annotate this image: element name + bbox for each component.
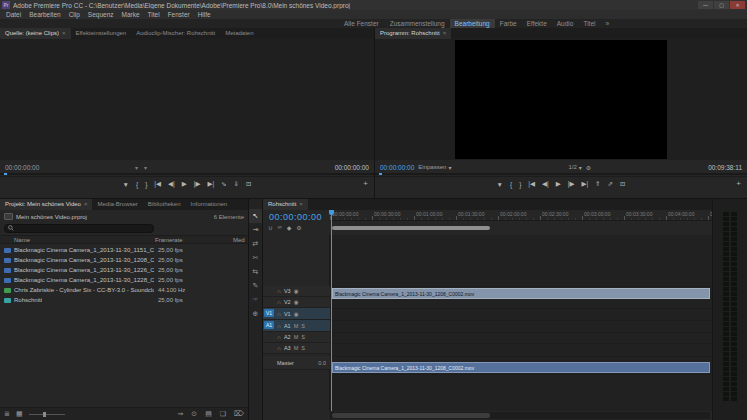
- tab-info[interactable]: Informationen: [186, 199, 233, 210]
- lock-icon[interactable]: ∩: [277, 299, 281, 305]
- track-header-a2[interactable]: ∩ A2 M S: [263, 332, 330, 343]
- tab-project[interactable]: Projekt: Mein schönes Video ×: [0, 199, 92, 210]
- source-patch-badge[interactable]: A1: [264, 321, 274, 329]
- menu-marke[interactable]: Marke: [118, 11, 144, 18]
- linked-selection-button[interactable]: ∞: [277, 224, 281, 231]
- extract-button[interactable]: ⇗: [608, 180, 613, 188]
- project-item-row[interactable]: Blackmagic Cinema Camera_1_2013-11-30_12…: [0, 275, 248, 285]
- audio-meters-panel[interactable]: [713, 199, 747, 420]
- workspace-tab-bearbeitung[interactable]: Bearbeitung: [450, 19, 495, 28]
- source-scrubber[interactable]: [0, 173, 374, 175]
- timeline-settings-button[interactable]: ⚙: [296, 224, 301, 231]
- button-editor-plus[interactable]: +: [363, 179, 368, 188]
- search-input[interactable]: [16, 225, 146, 231]
- step-back-button[interactable]: ◀|: [542, 180, 549, 188]
- track-select-forward-tool-icon[interactable]: ⇥: [249, 223, 262, 237]
- project-file-name[interactable]: Mein schönes Video.prproj: [16, 214, 87, 220]
- add-marker-button[interactable]: ▼: [123, 181, 129, 188]
- program-scrubber[interactable]: [375, 173, 747, 175]
- tab-metadata[interactable]: Metadaten: [220, 28, 258, 39]
- solo-button[interactable]: S: [301, 345, 305, 351]
- mute-button[interactable]: M: [294, 323, 299, 329]
- menu-fenster[interactable]: Fenster: [164, 11, 194, 18]
- timeline-playhead-timecode[interactable]: 00:00:00:00: [269, 212, 322, 222]
- timeline-lanes[interactable]: Blackmagic Cinema Camera_1_2013-11-30_12…: [330, 235, 712, 411]
- source-playhead-icon[interactable]: [4, 173, 7, 175]
- source-current-timecode[interactable]: 00:00:00:00: [5, 164, 39, 171]
- track-name[interactable]: A2: [284, 334, 291, 340]
- play-button[interactable]: ▶: [556, 180, 561, 188]
- timeline-zoom-scrollbar[interactable]: [332, 226, 490, 230]
- close-button[interactable]: ✕: [730, 1, 745, 9]
- lock-icon[interactable]: ∩: [277, 311, 281, 317]
- track-header-a1[interactable]: A1 ∩ A1 M S: [263, 320, 330, 332]
- workspace-overflow-icon[interactable]: »: [600, 20, 614, 27]
- new-bin-button[interactable]: ▤: [205, 410, 212, 418]
- lock-icon[interactable]: ∩: [277, 323, 281, 329]
- track-name[interactable]: V1: [284, 311, 291, 317]
- program-current-timecode[interactable]: 00:00:00:00: [380, 164, 414, 171]
- solo-button[interactable]: S: [301, 334, 305, 340]
- tab-source[interactable]: Quelle: (keine Clips) ×: [0, 28, 71, 39]
- snap-button[interactable]: ∪: [268, 224, 272, 231]
- close-tab-icon[interactable]: ×: [84, 199, 88, 210]
- track-header-v1[interactable]: V1 ∩ V1 ◉: [263, 308, 330, 320]
- search-box[interactable]: [4, 224, 154, 233]
- find-button[interactable]: ⊙: [191, 410, 197, 418]
- pen-tool-icon[interactable]: ✎: [249, 279, 262, 293]
- workspace-windows-label[interactable]: Alle Fenster: [338, 20, 385, 27]
- tab-media-browser[interactable]: Media-Browser: [92, 199, 142, 210]
- go-to-in-button[interactable]: |◀: [154, 180, 161, 188]
- timeline-playhead[interactable]: [331, 210, 332, 411]
- list-view-button[interactable]: ≣: [4, 410, 10, 418]
- new-item-button[interactable]: ❏: [220, 410, 226, 418]
- delete-item-button[interactable]: ⌦: [234, 410, 244, 418]
- lock-icon[interactable]: ∩: [277, 288, 281, 294]
- master-level-value[interactable]: 0.0: [318, 360, 330, 366]
- source-patch-badge[interactable]: V1: [264, 309, 274, 317]
- timeline-hscrollbar[interactable]: [330, 412, 710, 419]
- track-name[interactable]: A1: [284, 323, 291, 329]
- mark-out-button[interactable]: }: [519, 181, 521, 188]
- timeline-ruler[interactable]: 00:00:00:00 00:00:30:00 00:01:00:00 00:0…: [330, 210, 712, 221]
- button-editor-plus[interactable]: +: [736, 179, 741, 188]
- settings-wrench-icon[interactable]: ⚙: [586, 164, 591, 171]
- selection-tool-icon[interactable]: ↖: [249, 209, 262, 223]
- mark-in-button[interactable]: {: [510, 181, 512, 188]
- workspace-tab-farbe[interactable]: Farbe: [495, 19, 522, 28]
- tab-effect-controls[interactable]: Effekteinstellungen: [71, 28, 132, 39]
- resolution-select[interactable]: 1/2 ▾: [568, 164, 581, 171]
- tab-program[interactable]: Programm: Rohschnitt ×: [375, 28, 451, 39]
- close-tab-icon[interactable]: ×: [443, 28, 447, 39]
- fit-select[interactable]: Einpassen ▾: [418, 164, 451, 171]
- source-patch-badge[interactable]: [264, 333, 274, 341]
- export-frame-button[interactable]: ⊡: [620, 180, 625, 188]
- mute-button[interactable]: M: [294, 334, 299, 340]
- eye-icon[interactable]: ◉: [294, 299, 299, 305]
- source-zoom-select-icon[interactable]: ▾: [135, 164, 138, 171]
- add-marker-button[interactable]: ◆: [287, 224, 292, 231]
- project-item-row[interactable]: Chris Zabriskie - Cylinder Six - CC-BY-3…: [0, 285, 248, 295]
- menu-hilfe[interactable]: Hilfe: [194, 11, 215, 18]
- column-media[interactable]: Med: [233, 237, 245, 243]
- project-item-row[interactable]: Blackmagic Cinema Camera_1_2013-11-30_12…: [0, 265, 248, 275]
- scrollbar-thumb[interactable]: [332, 413, 490, 418]
- mute-button[interactable]: M: [294, 345, 299, 351]
- go-to-in-button[interactable]: |◀: [528, 180, 535, 188]
- razor-tool-icon[interactable]: ✂: [249, 251, 262, 265]
- program-playhead-icon[interactable]: [379, 173, 382, 175]
- workspace-tab-zusammenstellung[interactable]: Zusammenstellung: [385, 19, 450, 28]
- column-name[interactable]: Name: [14, 237, 30, 243]
- track-header-master[interactable]: Master 0.0: [263, 356, 330, 370]
- go-to-out-button[interactable]: ▶|: [581, 180, 588, 188]
- step-forward-button[interactable]: |▶: [194, 180, 201, 188]
- play-button[interactable]: ▶: [182, 180, 187, 188]
- workspace-tab-effekte[interactable]: Effekte: [522, 19, 552, 28]
- menu-sequenz[interactable]: Sequenz: [84, 11, 118, 18]
- project-item-row[interactable]: Rohschnitt 25,00 fps: [0, 295, 248, 305]
- column-framerate[interactable]: Framerate: [155, 237, 183, 243]
- eye-icon[interactable]: ◉: [294, 311, 299, 317]
- close-tab-icon[interactable]: ×: [62, 28, 66, 39]
- step-back-button[interactable]: ◀|: [168, 180, 175, 188]
- menu-titel[interactable]: Titel: [144, 11, 164, 18]
